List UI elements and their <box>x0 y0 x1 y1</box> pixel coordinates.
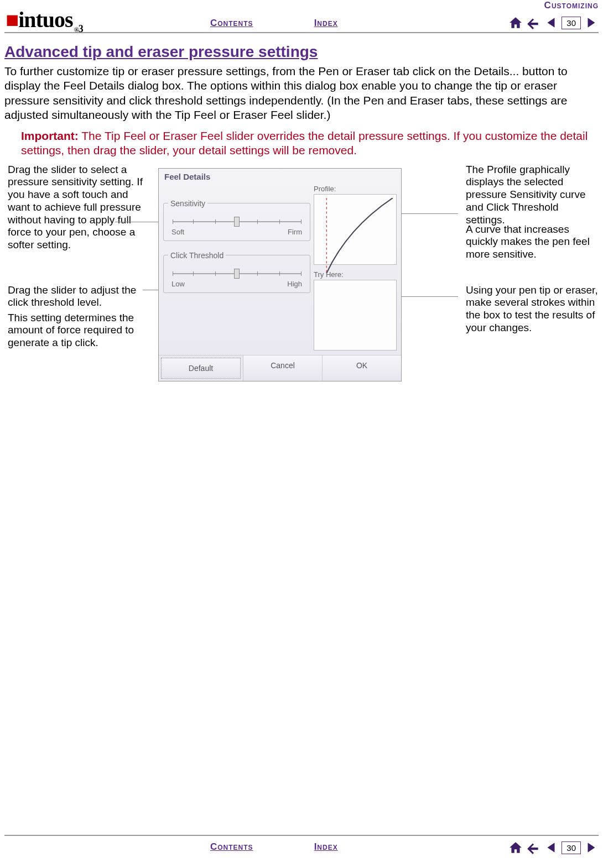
dialog-title: Feel Details <box>159 169 401 185</box>
important-label: Important: <box>21 129 79 142</box>
sensitivity-low-label: Soft <box>171 228 184 236</box>
footer-nav-icons: 30 <box>508 840 599 855</box>
header-nav-icons: 30 <box>508 15 599 30</box>
logo-dot-icon: ■ <box>6 7 18 32</box>
callout-threshold-b: This setting determines the amount of fo… <box>8 312 146 349</box>
prev-triangle-icon[interactable] <box>544 15 558 30</box>
footer-divider <box>4 835 599 836</box>
ok-button[interactable]: OK <box>322 355 401 381</box>
feel-details-dialog: Feel Details Sensitivity Soft Firm <box>158 168 402 381</box>
page-content: Advanced tip and eraser pressure setting… <box>4 43 599 440</box>
leader-line <box>392 213 458 214</box>
callout-tryhere: Using your pen tip or eraser, make sever… <box>466 284 599 334</box>
threshold-slider[interactable] <box>173 273 301 274</box>
threshold-low-label: Low <box>171 280 185 288</box>
next-triangle-icon[interactable] <box>584 840 599 855</box>
callout-threshold-a: Drag the slider to adjust the click thre… <box>8 284 146 310</box>
page-number: 30 <box>562 841 581 854</box>
home-icon[interactable] <box>508 840 523 855</box>
back-arrow-icon[interactable] <box>526 840 540 855</box>
callout-sensitivity: Drag the slider to select a pressure sen… <box>8 164 146 252</box>
page-footer: Contents Index 30 <box>0 835 603 868</box>
slider-thumb-icon[interactable] <box>234 269 240 279</box>
home-icon[interactable] <box>508 15 523 30</box>
profile-curve-icon <box>318 198 393 273</box>
sensitivity-legend: Sensitivity <box>168 199 207 208</box>
slider-thumb-icon[interactable] <box>234 217 240 227</box>
annotated-diagram: Drag the slider to select a pressure sen… <box>4 164 599 440</box>
contents-link[interactable]: Contents <box>210 18 253 29</box>
default-button[interactable]: Default <box>161 358 241 379</box>
contents-link[interactable]: Contents <box>210 841 253 853</box>
section-label[interactable]: Customizing <box>544 0 599 11</box>
footer-nav-links: Contents Index <box>210 841 338 853</box>
prev-triangle-icon[interactable] <box>544 840 558 855</box>
sensitivity-slider[interactable] <box>173 221 301 222</box>
intro-paragraph: To further customize tip or eraser press… <box>4 64 599 122</box>
page-number: 30 <box>562 17 581 29</box>
tryhere-panel[interactable] <box>314 280 397 351</box>
page-title: Advanced tip and eraser pressure setting… <box>4 43 599 61</box>
index-link[interactable]: Index <box>314 841 338 853</box>
important-note: Important: The Tip Feel or Eraser Feel s… <box>21 129 599 158</box>
header-divider <box>4 32 599 33</box>
dialog-button-row: Default Cancel OK <box>159 355 401 381</box>
sensitivity-high-label: Firm <box>288 228 302 236</box>
sensitivity-group: Sensitivity Soft Firm <box>163 199 310 241</box>
threshold-group: Click Threshold Low High <box>163 251 310 293</box>
page-header: ■intuos®3 Customizing Contents Index 30 <box>0 0 603 33</box>
index-link[interactable]: Index <box>314 18 338 29</box>
callout-profile-b: A curve that increases quickly makes the… <box>466 223 599 261</box>
important-text: The Tip Feel or Eraser Feel slider overr… <box>21 129 588 156</box>
profile-label: Profile: <box>314 185 397 193</box>
cancel-button[interactable]: Cancel <box>243 355 322 381</box>
leader-line <box>115 222 158 222</box>
brand-logo: ■intuos®3 <box>6 7 83 35</box>
next-triangle-icon[interactable] <box>584 15 599 30</box>
threshold-high-label: High <box>287 280 302 288</box>
profile-panel <box>314 194 397 265</box>
leader-line <box>392 296 458 297</box>
header-nav-links: Contents Index <box>210 18 338 29</box>
threshold-legend: Click Threshold <box>168 251 226 260</box>
callout-profile-a: The Profile graphically displays the sel… <box>466 164 599 227</box>
brand-name: intuos <box>18 7 73 32</box>
back-arrow-icon[interactable] <box>526 15 540 30</box>
